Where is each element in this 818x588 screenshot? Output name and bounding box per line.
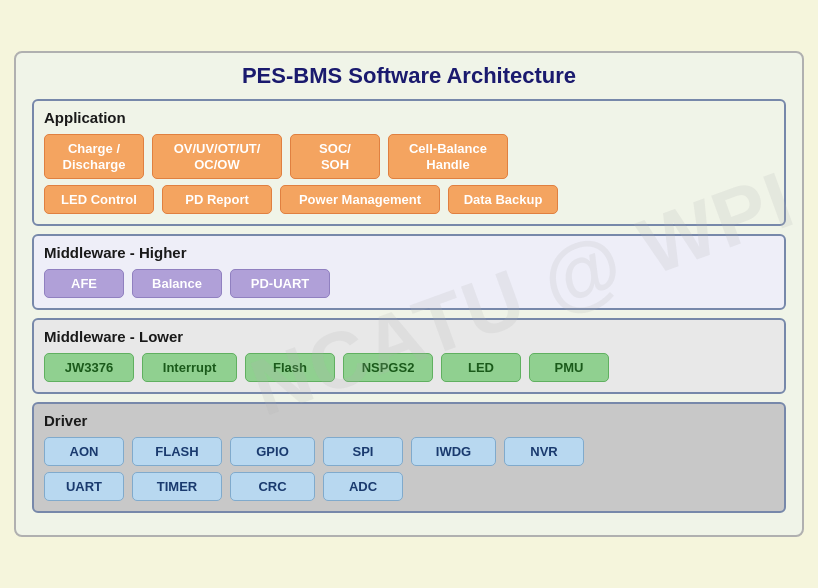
chip-data-backup: Data Backup	[448, 185, 558, 214]
section-middleware-lower: Middleware - Lower JW3376 Interrupt Flas…	[32, 318, 786, 394]
chip-pmu: PMU	[529, 353, 609, 382]
chip-pd-uart: PD-UART	[230, 269, 330, 298]
application-label: Application	[44, 109, 774, 126]
chip-cell-balance: Cell-BalanceHandle	[388, 134, 508, 179]
chip-soc-soh: SOC/SOH	[290, 134, 380, 179]
chip-flash: Flash	[245, 353, 335, 382]
section-driver: Driver AON FLASH GPIO SPI IWDG NVR UART …	[32, 402, 786, 513]
chip-uart: UART	[44, 472, 124, 501]
chip-timer: TIMER	[132, 472, 222, 501]
chip-gpio: GPIO	[230, 437, 315, 466]
page-title: PES-BMS Software Architecture	[32, 63, 786, 89]
driver-row-1: AON FLASH GPIO SPI IWDG NVR	[44, 437, 774, 466]
section-middleware-higher: Middleware - Higher AFE Balance PD-UART	[32, 234, 786, 310]
application-row-2: LED Control PD Report Power Management D…	[44, 185, 774, 214]
chip-spi: SPI	[323, 437, 403, 466]
chip-balance: Balance	[132, 269, 222, 298]
chip-crc: CRC	[230, 472, 315, 501]
chip-aon: AON	[44, 437, 124, 466]
chip-iwdg: IWDG	[411, 437, 496, 466]
chip-adc: ADC	[323, 472, 403, 501]
middleware-higher-label: Middleware - Higher	[44, 244, 774, 261]
chip-nvr: NVR	[504, 437, 584, 466]
section-application: Application Charge /Discharge OV/UV/OT/U…	[32, 99, 786, 226]
chip-pd-report: PD Report	[162, 185, 272, 214]
driver-label: Driver	[44, 412, 774, 429]
chip-jw3376: JW3376	[44, 353, 134, 382]
driver-row-2: UART TIMER CRC ADC	[44, 472, 774, 501]
chip-afe: AFE	[44, 269, 124, 298]
chip-interrupt: Interrupt	[142, 353, 237, 382]
chip-led: LED	[441, 353, 521, 382]
chip-flash-driver: FLASH	[132, 437, 222, 466]
chip-ov-uv: OV/UV/OT/UT/OC/OW	[152, 134, 282, 179]
middleware-lower-row-1: JW3376 Interrupt Flash NSPGS2 LED PMU	[44, 353, 774, 382]
chip-nspgs2: NSPGS2	[343, 353, 433, 382]
chip-power-management: Power Management	[280, 185, 440, 214]
application-row-1: Charge /Discharge OV/UV/OT/UT/OC/OW SOC/…	[44, 134, 774, 179]
middleware-lower-label: Middleware - Lower	[44, 328, 774, 345]
chip-charge-discharge: Charge /Discharge	[44, 134, 144, 179]
main-container: NCATU @ WPI PES-BMS Software Architectur…	[14, 51, 804, 537]
middleware-higher-row-1: AFE Balance PD-UART	[44, 269, 774, 298]
chip-led-control: LED Control	[44, 185, 154, 214]
